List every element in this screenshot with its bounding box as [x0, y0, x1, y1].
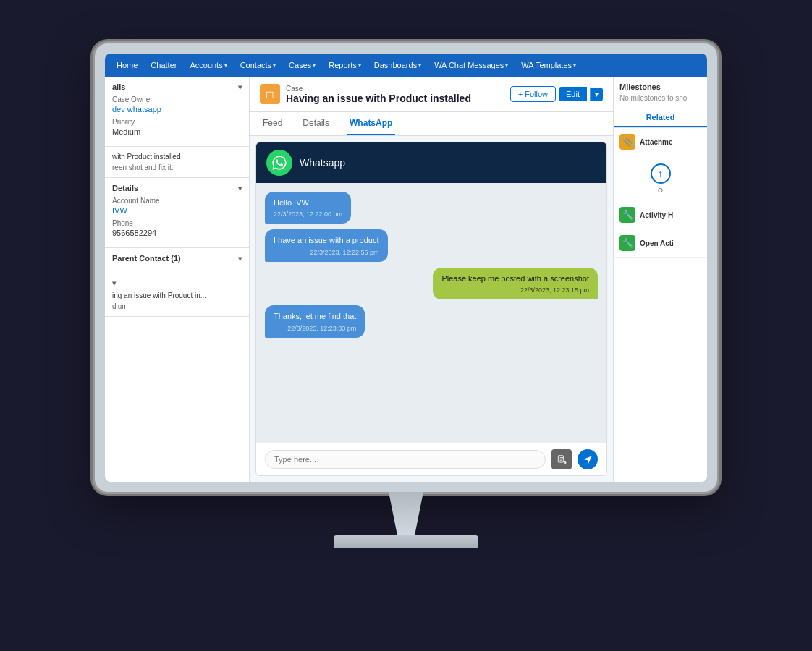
more-details-chevron[interactable]: ▾	[238, 184, 242, 192]
nav-chatter[interactable]: Chatter	[145, 58, 182, 72]
case-title-area: Case Having an issue with Product instal…	[286, 85, 504, 104]
whatsapp-icon	[266, 150, 292, 176]
stand-neck	[377, 492, 435, 535]
attachments-icon: 📎	[619, 134, 635, 150]
linked-case-sub: dium	[112, 302, 242, 310]
screen-inner: Home Chatter Accounts ▾ Contacts ▾ Cases…	[105, 54, 707, 482]
activity-panel[interactable]: 🔧 Activity H	[614, 201, 707, 229]
attach-button[interactable]: +	[551, 449, 572, 469]
open-activity-panel[interactable]: 🔧 Open Acti	[614, 229, 707, 258]
linked-case-title[interactable]: ing an issue with Product in...	[112, 292, 242, 299]
nav-contacts[interactable]: Contacts ▾	[234, 58, 282, 72]
nav-accounts[interactable]: Accounts ▾	[184, 58, 232, 72]
chat-title: Whatsapp	[300, 157, 345, 169]
case-owner-label: Case Owner	[112, 95, 242, 103]
attachments-panel[interactable]: 📎 Attachme	[614, 128, 707, 156]
message-4: Thanks, let me find that 22/3/2023, 12:2…	[265, 305, 365, 337]
msg-text-2: I have an issue with a product	[274, 235, 379, 246]
main-content: ails ▾ Case Owner dev whatsapp Priority …	[105, 77, 707, 482]
nav-reports[interactable]: Reports ▾	[323, 58, 367, 72]
message-3: Please keep me posted with a screenshot …	[433, 268, 598, 299]
details-chevron[interactable]: ▾	[238, 83, 242, 91]
edit-button[interactable]: Edit	[559, 87, 587, 101]
case-header: ◻ Case Having an issue with Product inst…	[250, 77, 613, 112]
msg-text-4: Thanks, let me find that	[274, 311, 356, 322]
chat-input[interactable]	[265, 450, 546, 469]
cases-chevron: ▾	[313, 62, 316, 69]
accounts-chevron: ▾	[224, 62, 227, 69]
phone-label: Phone	[112, 219, 242, 227]
tab-feed[interactable]: Feed	[260, 112, 285, 135]
case-label: Case	[286, 85, 504, 93]
chat-container: Whatsapp Hello IVW 22/3/2023, 12:22:00 p…	[255, 142, 607, 476]
monitor-stand	[334, 492, 478, 548]
more-details-section: Details ▾ Account Name IVW Phone 9566582…	[105, 178, 249, 248]
priority-value: Medium	[112, 127, 242, 136]
msg-time-3: 22/3/2023, 12:23:15 pm	[441, 286, 589, 294]
case-title-section: with Product installed reen shot and fix…	[105, 147, 249, 178]
msg-text-1: Hello IVW	[274, 197, 342, 208]
tab-whatsapp[interactable]: WhatsApp	[347, 112, 395, 135]
milestones-empty: No milestones to sho	[619, 94, 701, 102]
open-activity-icon: 🔧	[619, 235, 635, 251]
message-2: I have an issue with a product 22/3/2023…	[265, 229, 388, 261]
linked-case-section: ▾ ing an issue with Product in... dium	[105, 273, 249, 317]
wa-templates-chevron: ▾	[573, 62, 576, 69]
attachments-label: Attachme	[640, 138, 673, 146]
account-name-value[interactable]: IVW	[112, 206, 242, 215]
left-sidebar: ails ▾ Case Owner dev whatsapp Priority …	[105, 77, 250, 482]
parent-contact-chevron[interactable]: ▾	[238, 255, 242, 263]
open-activity-label: Open Acti	[640, 239, 674, 247]
linked-case-chevron: ▾	[112, 279, 116, 287]
parent-contact-header: Parent Contact (1) ▾	[112, 254, 242, 263]
chat-messages: Hello IVW 22/3/2023, 12:22:00 pm I have …	[256, 183, 606, 443]
right-sidebar: Milestones No milestones to sho Related …	[613, 77, 707, 482]
chat-input-area: +	[256, 443, 606, 475]
case-actions: + Follow Edit ▾	[510, 86, 603, 102]
milestones-section: Milestones No milestones to sho	[614, 77, 707, 109]
nav-wa-chat[interactable]: WA Chat Messages ▾	[428, 58, 514, 72]
monitor-screen: Home Chatter Accounts ▾ Contacts ▾ Cases…	[95, 43, 717, 492]
case-title: Having an issue with Product installed	[286, 93, 504, 104]
contacts-chevron: ▾	[273, 62, 276, 69]
center-area: ◻ Case Having an issue with Product inst…	[250, 77, 613, 482]
msg-time-2: 22/3/2023, 12:22:55 pm	[274, 249, 379, 256]
milestones-title: Milestones	[619, 82, 701, 91]
parent-contact-section: Parent Contact (1) ▾	[105, 248, 249, 273]
svg-text:+: +	[564, 461, 566, 464]
wa-chat-chevron: ▾	[505, 62, 508, 69]
linked-case-expand[interactable]: ▾	[112, 279, 242, 287]
nav-bar: Home Chatter Accounts ▾ Contacts ▾ Cases…	[105, 54, 707, 77]
activity-icon: 🔧	[619, 207, 635, 223]
msg-text-3: Please keep me posted with a screenshot	[441, 273, 589, 284]
tab-related[interactable]: Related	[614, 109, 707, 127]
dashboards-chevron: ▾	[418, 62, 421, 69]
right-tab-bar: Related	[614, 109, 707, 128]
stand-base	[334, 535, 478, 548]
details-header: ails ▾	[112, 82, 242, 91]
reports-chevron: ▾	[358, 62, 361, 69]
nav-wa-templates[interactable]: WA Templates ▾	[515, 58, 582, 72]
upload-label: O	[658, 187, 663, 194]
msg-time-4: 22/3/2023, 12:23:33 pm	[274, 325, 356, 332]
phone-value: 9566582294	[112, 229, 242, 237]
follow-button[interactable]: + Follow	[510, 86, 556, 102]
send-button[interactable]	[578, 449, 598, 469]
upload-button[interactable]: ↑	[651, 163, 671, 184]
msg-time-1: 22/3/2023, 12:22:00 pm	[274, 210, 342, 218]
details-section: ails ▾ Case Owner dev whatsapp Priority …	[105, 77, 249, 147]
nav-cases[interactable]: Cases ▾	[283, 58, 321, 72]
case-note-text: reen shot and fix it.	[112, 163, 242, 171]
case-icon: ◻	[260, 84, 280, 104]
tabs-bar: Feed Details WhatsApp	[250, 112, 613, 136]
priority-label: Priority	[112, 118, 242, 126]
message-1: Hello IVW 22/3/2023, 12:22:00 pm	[265, 192, 351, 224]
nav-home[interactable]: Home	[111, 58, 143, 72]
edit-dropdown-button[interactable]: ▾	[590, 88, 603, 101]
nav-dashboards[interactable]: Dashboards ▾	[368, 58, 427, 72]
more-details-header: Details ▾	[112, 184, 242, 192]
upload-area: ↑ O	[614, 156, 707, 201]
case-owner-value[interactable]: dev whatsapp	[112, 105, 242, 114]
tab-details[interactable]: Details	[300, 112, 332, 135]
activity-label: Activity H	[640, 211, 673, 219]
